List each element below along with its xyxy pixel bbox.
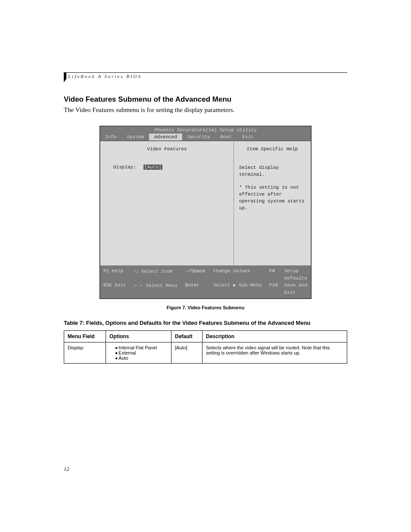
intro-text: The Video Features submenu is for settin… bbox=[64, 106, 347, 114]
list-item: External bbox=[115, 350, 168, 355]
page-number: 12 bbox=[64, 466, 69, 473]
th-options: Options bbox=[106, 331, 171, 342]
header-rule: LifeBook A Series BIOS bbox=[64, 72, 347, 79]
bios-key-leftright-label: Select Menu bbox=[146, 283, 177, 288]
th-menu-field: Menu Field bbox=[64, 331, 106, 342]
bios-key-updown: ↑↓ bbox=[134, 268, 138, 274]
svg-marker-0 bbox=[64, 73, 66, 82]
bios-key-enter-label: Select ▶ Sub-Menu bbox=[213, 283, 262, 288]
bios-key-leftright: ←→ bbox=[134, 283, 143, 288]
bios-key-f9-label: Setup Defaults bbox=[284, 268, 307, 281]
bios-tab-advanced[interactable]: Advanced bbox=[149, 134, 182, 140]
bios-key-minus-label: Change Values bbox=[213, 268, 250, 274]
th-description: Description bbox=[202, 331, 347, 342]
bios-key-f1: F1 bbox=[103, 268, 109, 274]
bios-key-f1-label: Help bbox=[112, 268, 123, 274]
series-label: LifeBook A Series BIOS bbox=[68, 74, 347, 79]
fields-table: Menu Field Options Default Description D… bbox=[64, 330, 347, 364]
bios-help-line2: * This setting is not effective after op… bbox=[239, 184, 306, 212]
section-title: Video Features Submenu of the Advanced M… bbox=[64, 95, 347, 104]
list-item: Auto bbox=[115, 355, 168, 361]
bios-key-f9: F9 bbox=[269, 268, 275, 274]
bios-utility-title: Phoenix SecureCore(tm) Setup Utility bbox=[100, 126, 311, 134]
bios-tab-exit[interactable]: Exit bbox=[237, 134, 258, 140]
bios-tab-bar: Info System Advanced Security Boot Exit bbox=[100, 134, 311, 141]
bios-tab-info[interactable]: Info bbox=[100, 134, 121, 140]
td-description: Selects where the video signal will be r… bbox=[202, 342, 347, 364]
bios-tab-system[interactable]: System bbox=[121, 134, 149, 140]
bios-main-panel: Video Features Display: [Auto] bbox=[100, 141, 234, 266]
td-options: Internal Flat Panel External Auto bbox=[106, 342, 171, 364]
bios-tab-boot[interactable]: Boot bbox=[215, 134, 237, 140]
bios-field-display-label: Display: bbox=[113, 165, 143, 170]
bios-key-f10-label: Save and Exit bbox=[284, 283, 307, 295]
bios-key-esc-label: Exit bbox=[115, 283, 126, 288]
bios-key-minus: -/Space bbox=[185, 268, 205, 274]
th-default: Default bbox=[171, 331, 202, 342]
figure-caption: Figure 7. Video Features Submenu bbox=[64, 305, 347, 310]
bios-field-display-value[interactable]: [Auto] bbox=[143, 165, 162, 170]
bios-tab-security[interactable]: Security bbox=[182, 134, 215, 140]
table-row: Display: Internal Flat Panel External Au… bbox=[64, 342, 347, 364]
bios-key-enter: Enter bbox=[185, 283, 199, 288]
td-default: [Auto] bbox=[171, 342, 202, 364]
bios-screenshot: Phoenix SecureCore(tm) Setup Utility Inf… bbox=[100, 126, 311, 299]
bios-submenu-title: Video Features bbox=[100, 141, 234, 152]
bios-help-title: Item Specific Help bbox=[234, 141, 311, 152]
bios-key-f10: F10 bbox=[269, 283, 278, 288]
td-menu-field: Display: bbox=[64, 342, 106, 364]
list-item: Internal Flat Panel bbox=[115, 345, 168, 350]
bios-key-esc: ESC bbox=[103, 283, 112, 288]
bios-key-updown-label: Select Item bbox=[141, 269, 173, 274]
bios-footer: F1 Help ↑↓ Select Item -/Space Change Va… bbox=[100, 266, 311, 299]
table-title: Table 7: Fields, Options and Defaults fo… bbox=[64, 320, 347, 326]
bios-help-panel: Item Specific Help Select display termin… bbox=[234, 141, 311, 266]
table-header-row: Menu Field Options Default Description bbox=[64, 331, 347, 342]
bios-help-line1: Select display terminal. bbox=[239, 165, 306, 178]
